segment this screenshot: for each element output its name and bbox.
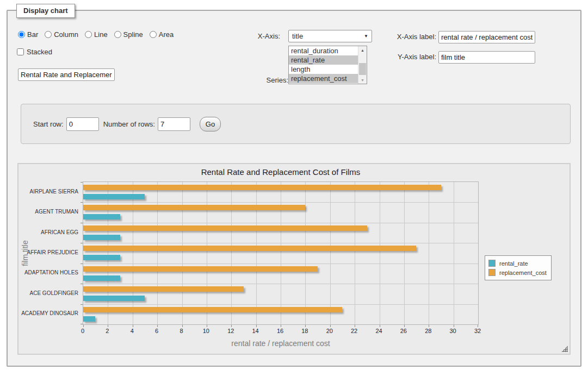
- chart-title: Rental Rate and Replacement Cost of Film…: [83, 167, 479, 177]
- legend-swatch-rental_rate: [488, 260, 496, 267]
- x-tick-label-14: 14: [245, 328, 267, 334]
- category-label-4: ADAPTATION HOLES: [18, 269, 78, 275]
- chart-title-input[interactable]: [18, 68, 115, 81]
- gridline-x-8: [182, 182, 183, 324]
- series-option-replacement_cost[interactable]: replacement_cost: [289, 74, 358, 83]
- series-listbox[interactable]: rental_durationrental_ratelengthreplacem…: [288, 46, 367, 84]
- chart-type-radio-line[interactable]: [85, 31, 92, 38]
- start-row-label: Start row:: [33, 120, 64, 128]
- gridline-x-12: [231, 182, 232, 324]
- chart-type-radio-spline[interactable]: [114, 31, 121, 38]
- y-axis-label-label: Y-Axis label:: [388, 53, 436, 61]
- legend-label-replacement_cost: replacement_cost: [499, 269, 547, 276]
- bar-rental_rate-african-egg: [83, 235, 120, 240]
- scroll-down-icon[interactable]: ▼: [358, 76, 367, 84]
- bar-rental_rate-affair-prejudice: [83, 255, 120, 260]
- gridline-x-18: [305, 182, 306, 324]
- chart-type-text-spline: Spline: [123, 30, 143, 39]
- tick-mark-x-2: [108, 325, 108, 327]
- x-axis-label-label: X-Axis label:: [388, 33, 436, 41]
- chart-type-text-area: Area: [159, 30, 174, 39]
- bar-replacement_cost-airplane-sierra: [83, 185, 441, 190]
- x-tick-label-8: 8: [171, 328, 193, 334]
- x-axis-title: rental rate / replacement cost: [83, 339, 479, 348]
- chart-type-radio-area[interactable]: [150, 31, 157, 38]
- category-label-0: AIRPLANE SIERRA: [18, 189, 78, 195]
- bar-rental_rate-academy-dinosaur: [83, 316, 95, 322]
- x-tick-label-26: 26: [393, 328, 414, 334]
- category-label-6: ACADEMY DINOSAUR: [18, 310, 78, 316]
- bar-rental_rate-agent-truman: [83, 214, 120, 220]
- series-option-length[interactable]: length: [289, 65, 358, 74]
- number-of-rows-input[interactable]: [158, 117, 190, 131]
- x-tick-label-16: 16: [269, 328, 291, 334]
- category-label-3: AFFAIR PREJUDICE: [18, 249, 78, 255]
- x-tick-label-0: 0: [72, 328, 94, 334]
- gridline-x-20: [330, 182, 331, 324]
- chart-type-option-bar: Bar: [18, 30, 38, 39]
- series-label: Series:: [242, 76, 288, 84]
- chart-type-option-line: Line: [85, 30, 108, 39]
- chart-type-option-area: Area: [150, 30, 174, 39]
- x-tick-label-12: 12: [220, 328, 242, 334]
- gridline-x-30: [454, 182, 454, 324]
- display-chart-fieldset: Display chart BarColumnLineSplineArea St…: [7, 10, 581, 367]
- tick-mark-x-8: [182, 325, 183, 327]
- chart-type-radio-bar[interactable]: [18, 31, 25, 38]
- x-tick-label-22: 22: [343, 328, 365, 334]
- gridline-x-28: [429, 182, 429, 324]
- x-axis-select-label: X-Axis:: [250, 32, 280, 40]
- stacked-checkbox[interactable]: [17, 48, 24, 55]
- chart-type-radio-column[interactable]: [45, 31, 52, 38]
- tick-mark-x-22: [355, 325, 355, 327]
- tick-mark-x-26: [404, 325, 405, 327]
- chart-type-text-line: Line: [94, 30, 108, 39]
- go-button[interactable]: Go: [200, 117, 221, 131]
- gridline-x-10: [207, 182, 207, 324]
- x-tick-label-24: 24: [368, 328, 390, 334]
- page: Display chart BarColumnLineSplineArea St…: [0, 0, 588, 370]
- tick-mark-x-32: [478, 325, 478, 327]
- start-row-input[interactable]: [66, 117, 99, 131]
- scroll-up-icon[interactable]: ▲: [358, 46, 367, 54]
- x-tick-label-6: 6: [146, 328, 168, 334]
- series-option-rental_duration[interactable]: rental_duration: [289, 46, 358, 55]
- series-option-rental_rate[interactable]: rental_rate: [289, 55, 358, 65]
- tick-mark-x-10: [207, 325, 207, 327]
- gridline-y-2: [83, 223, 478, 223]
- chart-type-option-column: Column: [45, 30, 78, 39]
- gridline-x-6: [157, 182, 158, 324]
- tick-mark-y-0: [81, 182, 83, 183]
- gridline-y-3: [83, 243, 478, 243]
- y-axis-label-input[interactable]: [438, 51, 535, 64]
- bar-replacement_cost-academy-dinosaur: [83, 307, 342, 312]
- tick-mark-x-16: [281, 325, 281, 327]
- legend-label-rental_rate: rental_rate: [499, 260, 528, 267]
- row-range-panel: Start row: Number of rows: Go: [21, 104, 571, 144]
- tick-mark-x-30: [454, 325, 454, 327]
- x-axis-selected-value: title: [292, 32, 303, 40]
- x-tick-label-18: 18: [294, 328, 315, 334]
- gridline-x-22: [355, 182, 355, 324]
- tick-mark-y-1: [81, 202, 83, 203]
- series-scrollbar[interactable]: ▲ ▼: [358, 46, 367, 84]
- tick-mark-x-4: [133, 325, 133, 327]
- scrollbar-thumb[interactable]: [359, 63, 366, 75]
- resize-handle-icon[interactable]: [561, 346, 568, 352]
- gridline-y-1: [83, 202, 478, 203]
- x-tick-label-10: 10: [195, 328, 217, 334]
- tick-mark-x-28: [429, 325, 429, 327]
- gridline-x-4: [133, 182, 133, 324]
- fieldset-legend: Display chart: [16, 4, 75, 18]
- x-axis-select[interactable]: title ▼: [288, 30, 372, 42]
- chart-legend: rental_ratereplacement_cost: [485, 255, 552, 280]
- x-tick-label-20: 20: [319, 328, 341, 334]
- stacked-row: Stacked: [17, 48, 52, 56]
- category-label-1: AGENT TRUMAN: [18, 209, 78, 215]
- tick-mark-y-4: [81, 264, 83, 264]
- gridline-y-6: [83, 304, 478, 305]
- bar-rental_rate-ace-goldfinger: [83, 296, 145, 301]
- x-axis-label-input[interactable]: [438, 31, 535, 43]
- series-options: rental_durationrental_ratelengthreplacem…: [289, 46, 358, 84]
- chart-type-group: BarColumnLineSplineArea: [18, 30, 174, 39]
